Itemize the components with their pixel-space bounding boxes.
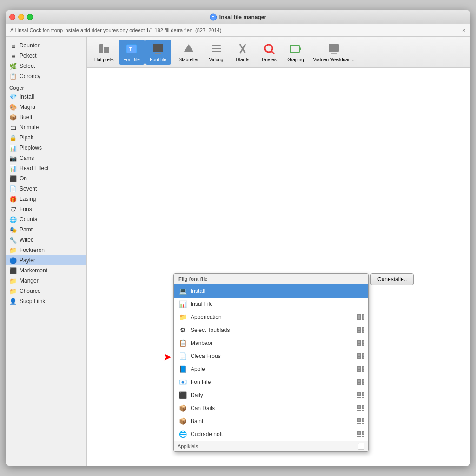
grid-icon [357,431,364,437]
sidebar-section-item[interactable]: 🎨Magra [6,102,86,112]
sidebar-section-item[interactable]: 🎁Lasing [6,194,86,204]
sidebar-item[interactable]: 🖥Daunter [6,40,86,51]
toolbar-label: Graping [287,57,304,63]
context-menu-item[interactable]: 📦 Baint [174,415,368,428]
close-button[interactable] [9,14,15,20]
scroll-thumb[interactable] [358,443,364,450]
toolbar-label: Virlung [209,57,223,63]
sidebar-label: Coroncy [20,73,40,79]
toolbar-label: Dlards [236,57,249,63]
maximize-button[interactable] [27,14,33,20]
context-menu-item[interactable]: 📘 Apple [174,363,368,376]
toolbar-item[interactable]: Viatnen Wesldoant.. [309,40,358,65]
sidebar-item[interactable]: 🌿Solect [6,61,86,71]
context-menu-item[interactable]: 📧 Fon File [174,376,368,389]
toolbar-item[interactable]: Graping [283,40,308,65]
sidebar-section-item[interactable]: 📷Cams [6,153,86,163]
sidebar-section-label: Counta [20,216,38,223]
sidebar-item[interactable]: 📋Coroncy [6,71,86,81]
menu-item-icon: 📦 [178,417,187,425]
sidebar-section-icon: ⬛ [9,267,17,274]
info-text: All Insal Cock fon tronp instale anid ri… [10,27,221,33]
toolbar-item[interactable]: Drietes [256,40,282,65]
toolbar-label: Viatnen Wesldoant.. [313,57,354,63]
sidebar-section-item[interactable]: 📁Fockreron [6,245,86,255]
sidebar-section-item[interactable]: 📊Head Effect [6,163,86,173]
sidebar-section-item[interactable]: 📁Manger [6,276,86,286]
sidebar-section-item[interactable]: 📄Sevent [6,184,86,194]
info-close-button[interactable]: × [462,26,466,34]
main-window: F Insal file manager All Insal Cock fon … [6,10,470,466]
sidebar-section-item[interactable]: 🛡Fons [6,204,86,214]
sidebar-section-icon: 📄 [9,185,17,192]
context-menu-item[interactable]: 🌐 Cudrade noft [174,428,368,441]
sidebar-label: Daunter [20,42,40,49]
grid-icon [357,353,364,359]
menu-item-icon: 📧 [178,378,187,386]
menu-item-icon: 📁 [178,313,187,321]
sidebar-section-item[interactable]: 🔵Payler [6,255,86,265]
sidebar-section-item[interactable]: 📦Buelt [6,112,86,122]
sidebar-section-item[interactable]: 🎭Pamt [6,225,86,235]
info-bar: All Insal Cock fon tronp instale anid ri… [6,24,470,37]
toolbar-label: Stabreller [179,57,199,63]
sidebar-section-item[interactable]: ⬛Markement [6,265,86,276]
menu-item-icon: ⚙ [178,326,187,334]
context-menu-item[interactable]: 📦 Can Dails [174,402,368,415]
context-menu-item[interactable]: 📊 Insal File [174,298,368,311]
sidebar-section-label: Fons [20,206,32,212]
minimize-button[interactable] [18,14,24,20]
toolbar-item[interactable]: Dlards [230,40,255,65]
svg-rect-11 [212,51,221,52]
title-bar: F Insal file manager [6,10,470,24]
sidebar-section-icon: 📊 [9,165,17,172]
sidebar-section-item[interactable]: 🗃Nnmule [6,122,86,132]
sidebar-section-icon: 📁 [9,277,17,284]
sidebar-section-icon: 🔵 [9,257,17,264]
sidebar-section-item[interactable]: 🔒Pipait [6,132,86,143]
menu-item-left: 📘 Apple [178,365,205,373]
toolbar: Hat prety.TFont fileFont fileStabrellerV… [87,37,470,68]
sidebar-section-item[interactable]: 🌐Counta [6,214,86,225]
context-menu-item[interactable]: 📁 Apperication [174,311,368,324]
toolbar-icon: T [124,41,139,56]
sidebar-section-item[interactable]: 🔧Wited [6,235,86,245]
context-menu-item[interactable]: 💻 Install [174,284,368,298]
toolbar-icon [288,41,303,56]
sidebar-section-label: Head Effect [20,165,48,172]
toolbar-label: Font file [150,57,166,63]
sidebar-section-item[interactable]: ⬛On [6,173,86,184]
sidebar-section-label: Cams [20,155,34,161]
sidebar-item[interactable]: 🖥Pokect [6,51,86,61]
context-menu-item[interactable]: 📄 Cleca Frous [174,350,368,363]
sidebar-section-icon: 🌐 [9,216,17,223]
toolbar-label: Hat prety. [94,57,114,63]
context-menu-item[interactable]: ⬛ Daily [174,389,368,402]
toolbar-item[interactable]: Font file [145,40,171,65]
sidebar-section-item[interactable]: 💎Install [6,92,86,102]
toolbar-item[interactable]: TFont file [119,40,145,65]
toolbar-item[interactable]: Hat prety. [91,40,118,65]
toolbar-item[interactable]: Stabreller [175,40,203,65]
cunestalle-button[interactable]: Cunestalle.. [370,273,414,285]
menu-item-icon: 💻 [178,287,187,295]
sidebar-section-item[interactable]: 👤Sucp Liinkt [6,296,86,306]
sidebar-section-label: Chource [20,288,40,294]
grid-icon [357,379,364,385]
menu-item-left: 🌐 Cudrade noft [178,430,223,438]
sidebar-section-item[interactable]: 📁Chource [6,286,86,296]
menu-item-label: Fon File [191,379,211,385]
sidebar-section-icon: 📁 [9,287,17,295]
sidebar-section-icon: 📦 [9,113,17,121]
context-menu-item[interactable]: ⚙ Select Toublads [174,324,368,337]
menu-item-label: Cleca Frous [191,353,221,359]
menu-item-icon: 📘 [178,365,187,373]
sidebar-section-item[interactable]: 📊Pleplows [6,143,86,153]
grid-icon [357,366,364,372]
sidebar-icon: 🖥 [9,52,17,60]
sidebar-top-items: 🖥Daunter🖥Pokect🌿Solect📋Coroncy [6,40,86,81]
toolbar-item[interactable]: Virlung [203,40,229,65]
grid-icon [357,327,364,333]
svg-rect-6 [153,44,163,52]
context-menu-item[interactable]: 📋 Manbaor [174,337,368,350]
